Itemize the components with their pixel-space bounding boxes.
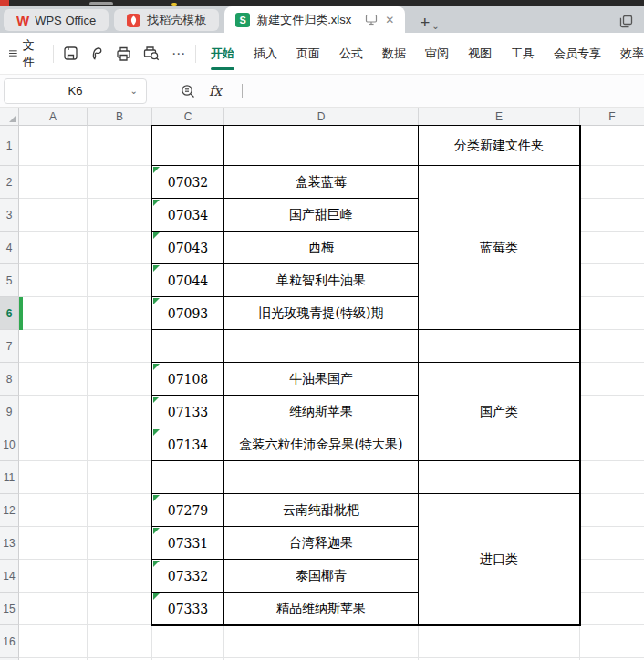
cell-C15[interactable]: 07333 xyxy=(152,593,224,625)
cell-D12[interactable]: 云南纯甜枇杷 xyxy=(224,494,419,527)
cell-A12[interactable] xyxy=(19,494,88,527)
cell-C9[interactable]: 07133 xyxy=(152,396,224,428)
cell-F5[interactable] xyxy=(580,264,644,297)
cell-A4[interactable] xyxy=(19,232,88,264)
row-header-4[interactable]: 4 xyxy=(0,232,19,264)
cell-D8[interactable]: 牛油果国产 xyxy=(224,363,419,396)
cell-C10[interactable]: 07134 xyxy=(152,428,224,461)
cell-C14[interactable]: 07332 xyxy=(152,560,224,593)
ribbon-tab-member[interactable]: 会员专享 xyxy=(554,46,601,62)
row-header-14[interactable]: 14 xyxy=(0,560,19,593)
cell-B2[interactable] xyxy=(88,166,152,199)
cell-A10[interactable] xyxy=(19,428,88,461)
cell-A3[interactable] xyxy=(19,199,88,232)
cell-F16[interactable] xyxy=(580,625,644,658)
cell-D3[interactable]: 国产甜巨峰 xyxy=(224,199,419,232)
cell-F4[interactable] xyxy=(580,232,644,264)
cell-F7[interactable] xyxy=(580,330,644,363)
cell-D14[interactable]: 泰国椰青 xyxy=(224,560,419,593)
cell-D13[interactable]: 台湾释迦果 xyxy=(224,527,419,560)
monitor-icon[interactable] xyxy=(365,14,378,26)
new-tab-chevron-icon[interactable]: ⌄ xyxy=(431,21,439,31)
cell-A15[interactable] xyxy=(19,593,88,625)
cell-C3[interactable]: 07034 xyxy=(152,199,224,232)
save-icon[interactable] xyxy=(63,46,78,61)
more-tools-icon[interactable]: ⋯ xyxy=(171,46,186,62)
table-title-cell-E1[interactable]: 分类新建文件夹 xyxy=(419,126,580,166)
cell-D1[interactable] xyxy=(224,126,419,166)
cell-B5[interactable] xyxy=(88,264,152,297)
cell-A7[interactable] xyxy=(19,330,88,363)
cell-F1[interactable] xyxy=(580,126,644,166)
cell-A13[interactable] xyxy=(19,527,88,560)
cell-C5[interactable]: 07044 xyxy=(152,264,224,297)
cell-C6[interactable]: 07093 xyxy=(152,297,224,330)
row-header-7[interactable]: 7 xyxy=(0,330,19,363)
cell-D5[interactable]: 单粒智利牛油果 xyxy=(224,264,419,297)
row-header-11[interactable]: 11 xyxy=(0,461,19,494)
row-header-2[interactable]: 2 xyxy=(0,166,19,199)
ribbon-tab-data[interactable]: 数据 xyxy=(382,46,406,62)
print-icon[interactable] xyxy=(116,46,131,61)
column-header-D[interactable]: D xyxy=(224,108,419,126)
cell-A8[interactable] xyxy=(19,363,88,396)
name-box-chevron-icon[interactable]: ⌄ xyxy=(130,86,138,96)
cell-D11[interactable] xyxy=(224,461,419,494)
tab-wps-office[interactable]: W WPS Office xyxy=(4,9,109,31)
cell-B15[interactable] xyxy=(88,593,152,625)
row-header-15[interactable]: 15 xyxy=(0,593,19,625)
cell-D16[interactable] xyxy=(224,625,419,658)
row-header-8[interactable]: 8 xyxy=(0,363,19,396)
cell-A9[interactable] xyxy=(19,396,88,428)
row-header-5[interactable]: 5 xyxy=(0,264,19,297)
cell-C13[interactable]: 07331 xyxy=(152,527,224,560)
row-header-3[interactable]: 3 xyxy=(0,199,19,232)
cell-A16[interactable] xyxy=(19,625,88,658)
column-header-C[interactable]: C xyxy=(152,108,224,126)
cell-F14[interactable] xyxy=(580,560,644,593)
export-tool-icon[interactable] xyxy=(90,46,104,61)
cell-A2[interactable] xyxy=(19,166,88,199)
cell-A11[interactable] xyxy=(19,461,88,494)
tab-workbook-active[interactable]: S 新建文件归类.xlsx ✕ xyxy=(224,6,405,33)
cell-A1[interactable] xyxy=(19,126,88,166)
cell-F15[interactable] xyxy=(580,593,644,625)
cell-B6[interactable] xyxy=(88,297,152,330)
category-cell-E12[interactable]: 进口类 xyxy=(419,494,580,625)
category-cell-E7[interactable] xyxy=(419,330,580,363)
cell-F6[interactable] xyxy=(580,297,644,330)
cell-B11[interactable] xyxy=(88,461,152,494)
cell-B3[interactable] xyxy=(88,199,152,232)
cell-C11[interactable] xyxy=(152,461,224,494)
cell-C16[interactable] xyxy=(152,625,224,658)
cell-D10[interactable]: 盒装六粒佳沛金异果(特大果) xyxy=(224,428,419,461)
select-all-corner[interactable] xyxy=(0,108,19,126)
print-preview-icon[interactable] xyxy=(143,46,160,61)
cell-F11[interactable] xyxy=(580,461,644,494)
ribbon-tab-review[interactable]: 审阅 xyxy=(425,46,449,62)
ribbon-tab-insert[interactable]: 插入 xyxy=(254,46,277,62)
cell-F12[interactable] xyxy=(580,494,644,527)
cell-C7[interactable] xyxy=(152,330,224,363)
row-header-10[interactable]: 10 xyxy=(0,428,19,461)
cell-B13[interactable] xyxy=(88,527,152,560)
cell-C2[interactable]: 07032 xyxy=(152,166,224,199)
new-tab-button[interactable]: + xyxy=(420,14,430,31)
ribbon-tab-home[interactable]: 开始 xyxy=(211,46,234,62)
cell-E16[interactable] xyxy=(419,625,580,658)
cell-D6[interactable]: 旧光玫瑰青提(特级)期 xyxy=(224,297,419,330)
cell-D2[interactable]: 盒装蓝莓 xyxy=(224,166,419,199)
row-header-12[interactable]: 12 xyxy=(0,494,19,527)
category-cell-E2[interactable]: 蓝莓类 xyxy=(419,166,580,330)
cell-A14[interactable] xyxy=(19,560,88,593)
category-cell-E11[interactable] xyxy=(419,461,580,494)
cell-C1[interactable] xyxy=(152,126,224,166)
row-header-6[interactable]: 6 xyxy=(0,297,19,330)
cell-B8[interactable] xyxy=(88,363,152,396)
cell-B1[interactable] xyxy=(88,126,152,166)
row-header-9[interactable]: 9 xyxy=(0,396,19,428)
tab-docer-templates[interactable]: 找稻壳模板 xyxy=(114,9,219,31)
cell-D15[interactable]: 精品维纳斯苹果 xyxy=(224,593,419,625)
cell-C4[interactable]: 07043 xyxy=(152,232,224,264)
search-function-icon[interactable] xyxy=(180,83,196,99)
